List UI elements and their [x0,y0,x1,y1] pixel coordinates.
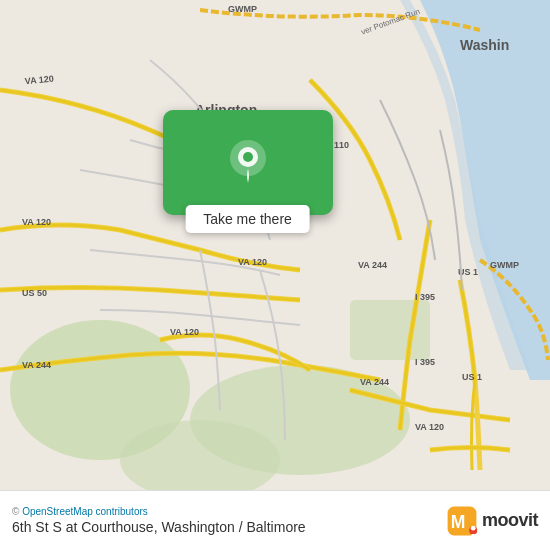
svg-text:VA 120: VA 120 [415,422,444,432]
svg-text:VA 244: VA 244 [360,377,389,387]
location-label: 6th St S at Courthouse, Washington / Bal… [12,519,446,535]
svg-text:VA 120: VA 120 [238,257,267,267]
svg-text:US 1: US 1 [462,372,482,382]
svg-text:US 50: US 50 [22,288,47,298]
footer-bar: © OpenStreetMap contributors 6th St S at… [0,490,550,550]
svg-text:I 395: I 395 [415,292,435,302]
svg-text:M: M [451,512,466,532]
map-popup: Take me there [155,110,340,232]
openstreetmap-link[interactable]: OpenStreetMap contributors [22,506,148,517]
svg-text:VA 120: VA 120 [22,217,51,227]
map-view: Arlington Washin VA 120 VA 120 US 50 VA … [0,0,550,490]
svg-point-31 [471,525,476,530]
svg-text:GWMP: GWMP [490,260,519,270]
svg-text:Washin: Washin [460,37,509,53]
svg-text:VA 244: VA 244 [358,260,387,270]
svg-text:VA 120: VA 120 [170,327,199,337]
svg-text:VA 244: VA 244 [22,360,51,370]
location-pin-icon [222,137,274,189]
map-background: Arlington Washin VA 120 VA 120 US 50 VA … [0,0,550,490]
footer-info: © OpenStreetMap contributors 6th St S at… [12,506,446,535]
svg-rect-5 [350,300,430,360]
popup-box: Take me there [163,110,333,215]
moovit-logo: M moovit [446,505,538,537]
moovit-brand-text: moovit [482,510,538,531]
copyright-text: © OpenStreetMap contributors [12,506,446,517]
moovit-icon: M [446,505,478,537]
svg-text:I 395: I 395 [415,357,435,367]
svg-point-27 [243,152,253,162]
take-me-there-button[interactable]: Take me there [185,205,310,233]
svg-text:GWMP: GWMP [228,4,257,14]
